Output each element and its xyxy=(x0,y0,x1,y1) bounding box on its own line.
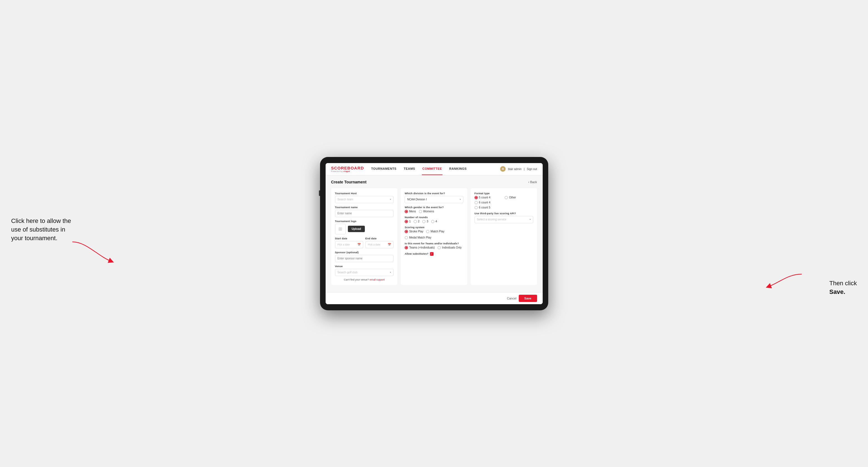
round-1-label: 1 xyxy=(409,220,411,223)
substitutes-group: Allow substitutes? ✓ xyxy=(405,252,463,256)
nav-teams[interactable]: TEAMS xyxy=(403,163,416,175)
division-value: NCAA Division I xyxy=(407,198,427,201)
calendar-icon-end: 📅 xyxy=(388,243,391,246)
teams-label: Is this event for Teams and/or Individua… xyxy=(405,242,463,245)
venue-select[interactable]: Search golf club ▾ xyxy=(335,269,394,276)
round-4[interactable]: 4 xyxy=(431,220,437,223)
gender-womens[interactable]: Womens xyxy=(419,210,434,213)
nav-tournaments[interactable]: TOURNAMENTS xyxy=(371,163,397,175)
dropdown-icon: ▾ xyxy=(390,198,391,201)
format-6count5[interactable]: 6 count 5 xyxy=(474,206,503,209)
individuals-circle xyxy=(437,246,441,249)
end-date-placeholder: Pick a date xyxy=(368,243,380,246)
venue-group: Venue Search golf club ▾ Can't find your… xyxy=(335,265,394,281)
format-6count4[interactable]: 6 count 4 xyxy=(474,201,503,204)
division-label: Which division is the event for? xyxy=(405,192,463,195)
tablet-frame: SCOREBOARD Powered by clippd TOURNAMENTS… xyxy=(320,157,548,310)
image-icon: ⊞ xyxy=(338,226,342,231)
substitutes-label: Allow substitutes? xyxy=(405,252,428,255)
form-grid: Tournament Host Search team ▾ Tournament… xyxy=(331,188,537,285)
upload-button[interactable]: Upload xyxy=(348,226,365,232)
medal-circle xyxy=(405,236,408,239)
form-middle-col: Which division is the event for? NCAA Di… xyxy=(401,188,467,285)
tournament-host-placeholder: Search team xyxy=(338,198,353,201)
radio-mens-circle xyxy=(405,210,408,213)
tournament-logo-group: Tournament logo ⊞ Upload xyxy=(335,220,394,234)
division-select[interactable]: NCAA Division I ▾ xyxy=(405,196,463,203)
round-3[interactable]: 3 xyxy=(422,220,428,223)
gender-mens[interactable]: Mens xyxy=(405,210,416,213)
round-2[interactable]: 2 xyxy=(413,220,420,223)
annotation-save-strong: Save. xyxy=(829,288,845,295)
stroke-label: Stroke Play xyxy=(409,230,423,233)
sponsor-input[interactable] xyxy=(335,255,394,262)
rounds-radio-group: 1 2 3 xyxy=(405,220,463,223)
stroke-circle xyxy=(405,230,408,233)
start-date-input[interactable]: Pick a date 📅 xyxy=(335,241,363,248)
individuals-option[interactable]: Individuals Only xyxy=(437,246,462,249)
page-title: Create Tournament xyxy=(331,180,367,184)
end-date-input[interactable]: Pick a date 📅 xyxy=(365,241,394,248)
sponsor-group: Sponsor (optional) xyxy=(335,251,394,262)
venue-hint: Can't find your venue? email support xyxy=(335,278,394,281)
nav-rankings[interactable]: RANKINGS xyxy=(448,163,467,175)
scoring-api-placeholder: Select a scoring service xyxy=(477,218,506,221)
venue-placeholder: Search golf club xyxy=(338,271,358,274)
sign-out-link[interactable]: Sign out xyxy=(527,167,537,170)
date-row: Start date Pick a date 📅 End date xyxy=(335,237,394,248)
rounds-group: Number of rounds 1 2 xyxy=(405,216,463,223)
end-date-group: End date Pick a date 📅 xyxy=(365,237,394,248)
round-2-label: 2 xyxy=(418,220,420,223)
format-5count4[interactable]: 5 count 4 xyxy=(474,196,503,199)
round-4-circle xyxy=(431,220,434,223)
radio-womens-circle xyxy=(419,210,422,213)
teams-option-label: Teams (+Individuals) xyxy=(409,246,435,249)
scoring-medal[interactable]: Medal Match Play xyxy=(405,236,431,239)
format-other[interactable]: Other xyxy=(504,196,533,199)
nav-committee[interactable]: COMMITTEE xyxy=(422,163,443,175)
format-other-label: Other xyxy=(509,196,516,199)
match-label: Match Play xyxy=(431,230,444,233)
nav-right: B blair admin | Sign out xyxy=(500,166,537,172)
round-3-label: 3 xyxy=(427,220,428,223)
arrow-left-svg xyxy=(69,239,114,264)
scoring-api-group: Use third-party live scoring API? Select… xyxy=(474,212,533,223)
teams-radio-group: Teams (+Individuals) Individuals Only xyxy=(405,246,463,249)
start-date-placeholder: Pick a date xyxy=(338,243,350,246)
tournament-logo-label: Tournament logo xyxy=(335,220,394,223)
page-content: Create Tournament ‹ Back Tournament Host xyxy=(326,175,543,292)
division-group: Which division is the event for? NCAA Di… xyxy=(405,192,463,203)
teams-option[interactable]: Teams (+Individuals) xyxy=(405,246,435,249)
scoring-stroke[interactable]: Stroke Play xyxy=(405,230,423,233)
division-dropdown-icon: ▾ xyxy=(460,198,461,201)
format-5c4-label: 5 count 4 xyxy=(479,196,490,199)
substitutes-checkbox[interactable]: ✓ xyxy=(430,252,434,256)
venue-dropdown-icon: ▾ xyxy=(390,271,391,274)
round-1[interactable]: 1 xyxy=(405,220,411,223)
cancel-button[interactable]: Cancel xyxy=(507,297,517,300)
logo-upload-area: ⊞ Upload xyxy=(335,224,394,234)
back-button[interactable]: ‹ Back xyxy=(528,180,537,184)
chevron-left-icon: ‹ xyxy=(528,180,529,184)
tournament-name-input[interactable] xyxy=(335,210,394,217)
format-6c4-circle xyxy=(474,201,478,204)
email-support-link[interactable]: email support xyxy=(370,278,384,281)
logo-area: SCOREBOARD Powered by clippd xyxy=(331,165,364,172)
round-1-circle xyxy=(405,220,408,223)
scoring-api-label: Use third-party live scoring API? xyxy=(474,212,533,215)
format-6c4-label: 6 count 4 xyxy=(479,201,490,204)
format-group: Format type 5 count 4 xyxy=(474,192,533,209)
tournament-name-group: Tournament name xyxy=(335,206,394,217)
medal-label: Medal Match Play xyxy=(409,236,431,239)
tournament-host-select[interactable]: Search team ▾ xyxy=(335,196,394,203)
venue-label: Venue xyxy=(335,265,394,268)
logo-scoreboard: SCOREBOARD xyxy=(331,165,364,170)
calendar-icon: 📅 xyxy=(357,243,361,246)
start-date-label: Start date xyxy=(335,237,363,240)
scoring-api-select[interactable]: Select a scoring service ▾ xyxy=(474,216,533,223)
scoring-match[interactable]: Match Play xyxy=(426,230,444,233)
scoring-label: Scoring system xyxy=(405,226,463,229)
tablet-screen: SCOREBOARD Powered by clippd TOURNAMENTS… xyxy=(326,163,543,304)
save-button[interactable]: Save xyxy=(519,295,537,302)
format-6c5-label: 6 count 5 xyxy=(479,206,490,209)
